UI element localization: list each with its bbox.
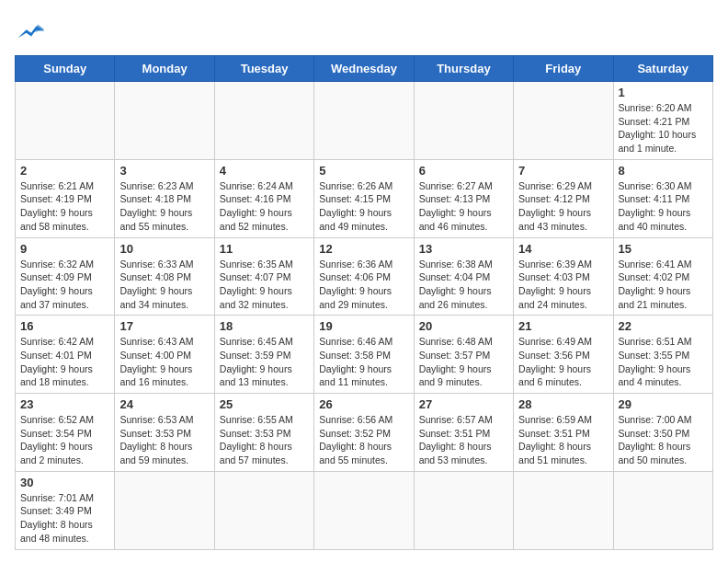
day-info: Sunrise: 6:39 AM Sunset: 4:03 PM Dayligh… [518,258,608,312]
day-number: 10 [119,242,209,256]
day-cell [214,82,313,160]
day-info: Sunrise: 6:41 AM Sunset: 4:02 PM Dayligh… [619,258,708,312]
column-header-sunday: Sunday [16,56,115,82]
column-header-monday: Monday [115,56,214,82]
day-number: 22 [619,319,708,333]
column-header-friday: Friday [514,56,613,82]
day-cell: 10Sunrise: 6:33 AM Sunset: 4:08 PM Dayli… [115,237,214,316]
logo-icon [15,15,48,48]
day-info: Sunrise: 6:57 AM Sunset: 3:51 PM Dayligh… [419,413,508,467]
week-row-5: 23Sunrise: 6:52 AM Sunset: 3:54 PM Dayli… [16,394,713,472]
day-cell: 4Sunrise: 6:24 AM Sunset: 4:16 PM Daylig… [214,159,313,237]
day-info: Sunrise: 6:38 AM Sunset: 4:04 PM Dayligh… [419,258,508,312]
week-row-6: 30Sunrise: 7:01 AM Sunset: 3:49 PM Dayli… [16,471,713,549]
week-row-4: 16Sunrise: 6:42 AM Sunset: 4:01 PM Dayli… [16,316,713,394]
day-number: 24 [119,397,209,411]
column-header-wednesday: Wednesday [314,56,414,82]
day-cell [414,82,513,160]
day-number: 21 [518,319,608,333]
day-info: Sunrise: 6:30 AM Sunset: 4:11 PM Dayligh… [619,179,708,234]
day-info: Sunrise: 6:48 AM Sunset: 3:57 PM Dayligh… [419,335,508,389]
day-number: 25 [220,397,309,411]
day-cell: 26Sunrise: 6:56 AM Sunset: 3:52 PM Dayli… [314,394,414,472]
day-header-row: SundayMondayTuesdayWednesdayThursdayFrid… [16,56,713,82]
week-row-2: 2Sunrise: 6:21 AM Sunset: 4:19 PM Daylig… [16,159,713,237]
day-cell: 12Sunrise: 6:36 AM Sunset: 4:06 PM Dayli… [314,237,414,316]
day-info: Sunrise: 6:49 AM Sunset: 3:56 PM Dayligh… [518,335,608,389]
day-info: Sunrise: 6:24 AM Sunset: 4:16 PM Dayligh… [220,179,309,234]
day-cell: 25Sunrise: 6:55 AM Sunset: 3:53 PM Dayli… [214,394,313,472]
day-number: 18 [220,319,309,333]
day-cell: 9Sunrise: 6:32 AM Sunset: 4:09 PM Daylig… [16,237,115,316]
day-number: 20 [419,319,508,333]
day-number: 28 [518,397,608,411]
column-header-thursday: Thursday [414,56,513,82]
day-cell: 22Sunrise: 6:51 AM Sunset: 3:55 PM Dayli… [613,316,712,394]
day-info: Sunrise: 6:56 AM Sunset: 3:52 PM Dayligh… [319,413,408,467]
week-row-1: 1Sunrise: 6:20 AM Sunset: 4:21 PM Daylig… [16,82,713,160]
day-number: 14 [518,242,608,256]
day-info: Sunrise: 6:45 AM Sunset: 3:59 PM Dayligh… [220,335,309,389]
day-cell: 21Sunrise: 6:49 AM Sunset: 3:56 PM Dayli… [514,316,613,394]
day-cell [115,82,214,160]
day-number: 13 [419,242,508,256]
svg-marker-1 [31,25,44,33]
day-info: Sunrise: 6:23 AM Sunset: 4:18 PM Dayligh… [119,179,209,234]
day-cell: 3Sunrise: 6:23 AM Sunset: 4:18 PM Daylig… [115,159,214,237]
day-number: 29 [619,397,708,411]
day-info: Sunrise: 6:35 AM Sunset: 4:07 PM Dayligh… [220,258,309,312]
day-info: Sunrise: 6:27 AM Sunset: 4:13 PM Dayligh… [419,179,508,234]
calendar-header: SundayMondayTuesdayWednesdayThursdayFrid… [16,56,713,82]
day-info: Sunrise: 6:53 AM Sunset: 3:53 PM Dayligh… [119,413,209,467]
day-info: Sunrise: 6:43 AM Sunset: 4:00 PM Dayligh… [119,335,209,389]
day-cell: 30Sunrise: 7:01 AM Sunset: 3:49 PM Dayli… [16,471,115,549]
day-cell: 14Sunrise: 6:39 AM Sunset: 4:03 PM Dayli… [514,237,613,316]
day-info: Sunrise: 6:33 AM Sunset: 4:08 PM Dayligh… [119,258,209,312]
day-number: 26 [319,397,408,411]
day-cell: 20Sunrise: 6:48 AM Sunset: 3:57 PM Dayli… [414,316,513,394]
day-cell: 16Sunrise: 6:42 AM Sunset: 4:01 PM Dayli… [16,316,115,394]
day-number: 30 [20,476,109,489]
day-cell: 18Sunrise: 6:45 AM Sunset: 3:59 PM Dayli… [214,316,313,394]
day-info: Sunrise: 6:36 AM Sunset: 4:06 PM Dayligh… [319,258,408,312]
day-info: Sunrise: 6:42 AM Sunset: 4:01 PM Dayligh… [20,335,109,389]
day-info: Sunrise: 6:52 AM Sunset: 3:54 PM Dayligh… [20,413,109,467]
day-cell: 23Sunrise: 6:52 AM Sunset: 3:54 PM Dayli… [16,394,115,472]
day-number: 15 [619,242,708,256]
day-number: 19 [319,319,408,333]
day-number: 27 [419,397,508,411]
day-cell [613,471,712,549]
day-cell [314,471,414,549]
day-cell [514,471,613,549]
day-cell: 29Sunrise: 7:00 AM Sunset: 3:50 PM Dayli… [613,394,712,472]
day-number: 2 [20,164,109,178]
day-number: 7 [518,164,608,178]
day-cell: 2Sunrise: 6:21 AM Sunset: 4:19 PM Daylig… [16,159,115,237]
day-cell: 5Sunrise: 6:26 AM Sunset: 4:15 PM Daylig… [314,159,414,237]
day-info: Sunrise: 6:46 AM Sunset: 3:58 PM Dayligh… [319,335,408,389]
day-cell: 27Sunrise: 6:57 AM Sunset: 3:51 PM Dayli… [414,394,513,472]
day-number: 4 [220,164,309,178]
day-cell: 13Sunrise: 6:38 AM Sunset: 4:04 PM Dayli… [414,237,513,316]
day-info: Sunrise: 6:29 AM Sunset: 4:12 PM Dayligh… [518,179,608,234]
calendar-table: SundayMondayTuesdayWednesdayThursdayFrid… [15,55,713,550]
day-cell: 7Sunrise: 6:29 AM Sunset: 4:12 PM Daylig… [514,159,613,237]
day-number: 3 [119,164,209,178]
day-cell [514,82,613,160]
day-info: Sunrise: 7:01 AM Sunset: 3:49 PM Dayligh… [20,491,109,546]
day-cell: 6Sunrise: 6:27 AM Sunset: 4:13 PM Daylig… [414,159,513,237]
day-number: 23 [20,397,109,411]
day-info: Sunrise: 6:51 AM Sunset: 3:55 PM Dayligh… [619,335,708,389]
day-info: Sunrise: 6:20 AM Sunset: 4:21 PM Dayligh… [619,101,708,155]
day-info: Sunrise: 6:21 AM Sunset: 4:19 PM Dayligh… [20,179,109,234]
day-info: Sunrise: 6:32 AM Sunset: 4:09 PM Dayligh… [20,258,109,312]
day-info: Sunrise: 6:55 AM Sunset: 3:53 PM Dayligh… [220,413,309,467]
day-cell [314,82,414,160]
day-cell [414,471,513,549]
day-cell [214,471,313,549]
day-info: Sunrise: 7:00 AM Sunset: 3:50 PM Dayligh… [619,413,708,467]
day-cell: 28Sunrise: 6:59 AM Sunset: 3:51 PM Dayli… [514,394,613,472]
day-number: 16 [20,319,109,333]
day-number: 9 [20,242,109,256]
day-number: 6 [419,164,508,178]
